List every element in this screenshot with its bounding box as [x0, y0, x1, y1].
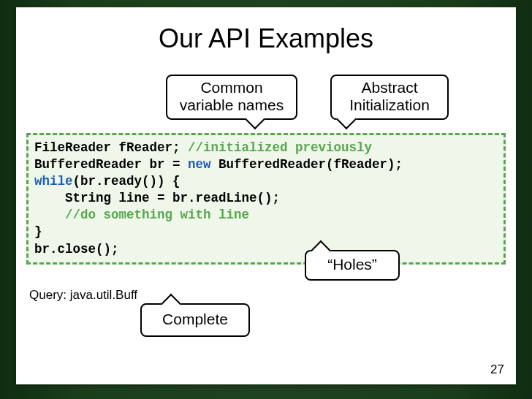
callout-line: “Holes” — [318, 256, 387, 273]
code-text: FileReader fReader; — [34, 140, 188, 155]
code-text: BufferedReader(fReader); — [211, 157, 403, 172]
slide-stage: Our API Examples Common variable names A… — [0, 0, 532, 399]
code-example-box: FileReader fReader; //initialized previo… — [26, 133, 506, 265]
callout-line: Complete — [153, 311, 237, 328]
code-comment: //do something with line — [34, 208, 249, 222]
callout-holes: “Holes” — [305, 250, 400, 281]
callout-complete: Complete — [140, 303, 250, 337]
callout-line: Common — [179, 79, 284, 96]
callout-abstract-init: Abstract Initialization — [330, 75, 449, 120]
code-keyword-new: new — [188, 157, 211, 172]
code-keyword-while: while — [34, 174, 73, 189]
query-text: Query: java.util.Buff — [29, 288, 137, 303]
code-text: br.close(); — [34, 242, 119, 256]
callout-line: Abstract — [343, 79, 436, 96]
callout-line: variable names — [179, 96, 284, 114]
page-number: 27 — [490, 362, 504, 377]
code-text: String line = br.readLine(); — [34, 191, 280, 205]
code-comment: //initialized previously — [188, 140, 372, 155]
callout-common-names: Common variable names — [166, 75, 297, 120]
slide-title: Our API Examples — [16, 23, 516, 54]
code-text: (br.ready()) { — [73, 174, 180, 189]
code-text: } — [34, 224, 42, 239]
callout-line: Initialization — [343, 96, 436, 114]
slide-card: Our API Examples Common variable names A… — [16, 7, 516, 384]
code-text: BufferedReader br = — [34, 157, 188, 172]
